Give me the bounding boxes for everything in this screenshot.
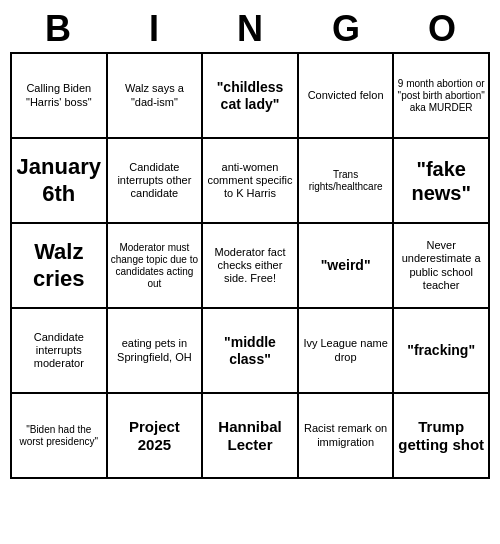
bingo-cell-r4-c2: Hannibal Lecter [203, 394, 299, 479]
bingo-cell-r0-c0: Calling Biden "Harris' boss" [12, 54, 108, 139]
bingo-cell-r3-c2: "middle class" [203, 309, 299, 394]
bingo-cell-r0-c4: 9 month abortion or "post birth abortion… [394, 54, 490, 139]
bingo-grid: Calling Biden "Harris' boss"Walz says a … [10, 52, 490, 479]
bingo-card: BINGO Calling Biden "Harris' boss"Walz s… [10, 8, 490, 479]
bingo-cell-r1-c4: "fake news" [394, 139, 490, 224]
bingo-cell-r4-c4: Trump getting shot [394, 394, 490, 479]
bingo-cell-r1-c1: Candidate interrupts other candidate [108, 139, 204, 224]
bingo-letter-g: G [302, 8, 390, 50]
bingo-letter-b: B [14, 8, 102, 50]
bingo-cell-r2-c4: Never underestimate a public school teac… [394, 224, 490, 309]
bingo-cell-r4-c3: Racist remark on immigration [299, 394, 395, 479]
bingo-cell-r1-c0: January 6th [12, 139, 108, 224]
bingo-cell-r1-c2: anti-women comment specific to K Harris [203, 139, 299, 224]
bingo-cell-r0-c3: Convicted felon [299, 54, 395, 139]
bingo-letter-o: O [398, 8, 486, 50]
bingo-cell-r0-c1: Walz says a "dad-ism" [108, 54, 204, 139]
bingo-header: BINGO [10, 8, 490, 50]
bingo-letter-i: I [110, 8, 198, 50]
bingo-cell-r4-c0: "Biden had the worst presidency" [12, 394, 108, 479]
bingo-cell-r2-c2: Moderator fact checks either side. Free! [203, 224, 299, 309]
bingo-cell-r2-c0: Walz cries [12, 224, 108, 309]
bingo-cell-r1-c3: Trans rights/healthcare [299, 139, 395, 224]
bingo-cell-r3-c3: Ivy League name drop [299, 309, 395, 394]
bingo-cell-r2-c3: "weird" [299, 224, 395, 309]
bingo-cell-r3-c4: "fracking" [394, 309, 490, 394]
bingo-letter-n: N [206, 8, 294, 50]
bingo-cell-r0-c2: "childless cat lady" [203, 54, 299, 139]
bingo-cell-r3-c0: Candidate interrupts moderator [12, 309, 108, 394]
bingo-cell-r4-c1: Project 2025 [108, 394, 204, 479]
bingo-cell-r3-c1: eating pets in Springfield, OH [108, 309, 204, 394]
bingo-cell-r2-c1: Moderator must change topic due to candi… [108, 224, 204, 309]
